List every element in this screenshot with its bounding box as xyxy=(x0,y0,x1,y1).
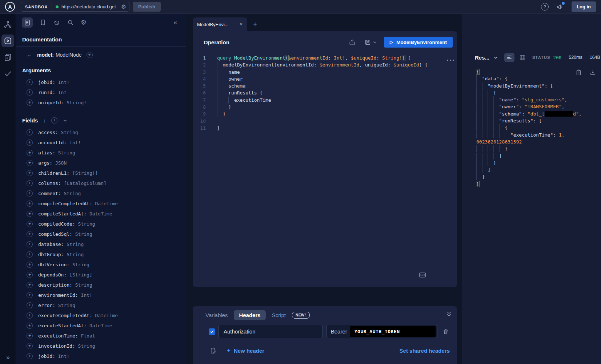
bookmark-icon[interactable] xyxy=(39,19,47,26)
add-type-button[interactable]: + xyxy=(87,52,93,58)
add-to-query-button[interactable]: + xyxy=(27,139,33,146)
field-name[interactable]: comment: xyxy=(38,191,61,196)
field-type[interactable]: DateTime xyxy=(87,211,112,217)
field-name[interactable]: alias: xyxy=(38,150,55,155)
field-type[interactable]: String xyxy=(64,252,84,257)
field-type[interactable]: DateTime xyxy=(92,313,118,318)
response-json[interactable]: {"data": {"modelByEnvironment": [{"name"… xyxy=(476,68,601,364)
field-name[interactable]: jobId: xyxy=(38,353,55,359)
field-name[interactable]: dbtVersion: xyxy=(38,262,69,267)
apollo-logo-icon[interactable]: A xyxy=(5,2,15,12)
query-editor[interactable]: 1query ModelByEnvironment($environmentId… xyxy=(193,53,457,132)
close-tab-icon[interactable]: ✕ xyxy=(239,22,243,27)
explorer-nav-icon[interactable] xyxy=(1,35,14,47)
add-to-query-button[interactable]: + xyxy=(27,353,33,359)
type-ref-name[interactable]: ModelNode xyxy=(56,52,82,58)
field-name[interactable]: error: xyxy=(38,303,55,308)
add-to-query-button[interactable]: + xyxy=(27,272,33,278)
field-type[interactable]: Int! xyxy=(78,292,92,298)
expand-rail-icon[interactable]: » xyxy=(0,354,16,361)
add-to-query-button[interactable]: + xyxy=(27,160,33,166)
field-type[interactable]: String xyxy=(69,262,89,267)
field-type[interactable]: String xyxy=(72,282,92,288)
add-to-query-button[interactable]: + xyxy=(27,241,33,247)
help-icon[interactable]: ? xyxy=(541,3,549,11)
sidebar-settings-gear-icon[interactable]: ⚙ xyxy=(81,19,87,26)
keyboard-shortcuts-icon[interactable] xyxy=(419,272,426,278)
add-to-query-button[interactable]: + xyxy=(27,302,33,308)
response-dropdown-chevron-icon[interactable] xyxy=(493,55,498,60)
collections-nav-icon[interactable] xyxy=(4,53,12,61)
add-all-fields-button[interactable]: + xyxy=(51,117,57,124)
add-to-query-button[interactable]: + xyxy=(27,100,33,106)
search-icon[interactable] xyxy=(67,19,74,26)
field-type[interactable]: String xyxy=(55,150,75,155)
add-to-query-button[interactable]: + xyxy=(27,292,33,298)
history-icon[interactable] xyxy=(53,19,60,26)
field-name[interactable]: executionTime: xyxy=(38,333,78,339)
run-operation-button[interactable]: ▷ ModelByEnvironment xyxy=(384,37,453,48)
add-to-query-button[interactable]: + xyxy=(27,79,33,85)
field-type[interactable]: Int xyxy=(55,90,67,95)
save-operation-icon[interactable] xyxy=(364,39,377,46)
add-to-query-button[interactable]: + xyxy=(27,323,33,329)
header-key-input[interactable]: Authorization xyxy=(218,325,323,338)
editor-menu-icon[interactable] xyxy=(447,60,454,61)
field-type[interactable]: String xyxy=(61,191,81,196)
field-name[interactable]: compiledSql: xyxy=(38,231,72,237)
header-value-input[interactable]: Bearer YOUR_AUTH_TOKEN xyxy=(326,325,437,338)
field-type[interactable]: String xyxy=(72,231,92,237)
auth-token-value[interactable]: YOUR_AUTH_TOKEN xyxy=(350,326,436,337)
set-shared-headers-link[interactable]: Set shared headers xyxy=(400,348,450,354)
checklist-nav-icon[interactable] xyxy=(4,69,12,78)
endpoint-url-box[interactable]: https://metadata.cloud.get ⚙ xyxy=(52,2,129,11)
tab-headers[interactable]: Headers xyxy=(234,310,265,320)
field-name[interactable]: runId: xyxy=(38,90,55,95)
add-to-query-button[interactable]: + xyxy=(27,221,33,227)
field-name[interactable]: dependsOn: xyxy=(38,272,67,278)
field-type[interactable]: DateTime xyxy=(87,323,112,328)
delete-header-trash-icon[interactable] xyxy=(442,328,449,335)
add-to-query-button[interactable]: + xyxy=(27,201,33,207)
field-name[interactable]: childrenL1: xyxy=(38,170,69,176)
field-name[interactable]: access: xyxy=(38,130,58,135)
field-name[interactable]: executeStartedAt: xyxy=(38,323,87,328)
header-enabled-checkbox[interactable] xyxy=(209,328,215,335)
new-header-button[interactable]: + New header xyxy=(227,347,264,354)
login-button[interactable]: Log in xyxy=(572,1,596,12)
documentation-tab-icon[interactable] xyxy=(22,17,33,28)
field-name[interactable]: environmentId: xyxy=(38,292,78,298)
field-name[interactable]: uniqueId: xyxy=(38,100,64,105)
field-type[interactable]: [String] xyxy=(67,272,92,278)
add-to-query-button[interactable]: + xyxy=(27,170,33,176)
field-name[interactable]: invocationId: xyxy=(38,343,75,349)
add-to-query-button[interactable]: + xyxy=(27,89,33,96)
field-type[interactable]: DateTime xyxy=(92,201,118,206)
field-name[interactable]: columns: xyxy=(38,181,61,186)
add-to-query-button[interactable]: + xyxy=(27,180,33,186)
collapse-sidebar-icon[interactable]: « xyxy=(174,19,177,26)
add-to-query-button[interactable]: + xyxy=(27,211,33,217)
new-tab-button[interactable]: + xyxy=(253,20,257,28)
publish-button[interactable]: Publish xyxy=(133,2,161,12)
collapse-fields-chevron-icon[interactable] xyxy=(63,118,67,123)
add-to-query-button[interactable]: + xyxy=(27,129,33,136)
back-arrow-icon[interactable]: ← xyxy=(27,52,32,58)
add-to-query-button[interactable]: + xyxy=(27,262,33,268)
announcements-megaphone-icon[interactable] xyxy=(556,3,564,11)
table-view-icon[interactable] xyxy=(519,54,526,61)
add-to-query-button[interactable]: + xyxy=(27,251,33,258)
field-type[interactable]: String xyxy=(75,221,95,227)
environment-variables-icon[interactable] xyxy=(210,347,217,354)
schema-nav-icon[interactable] xyxy=(4,20,12,29)
collapse-panel-chevrons-icon[interactable] xyxy=(446,311,452,317)
field-type[interactable]: String! xyxy=(64,100,87,105)
tab-script[interactable]: Script xyxy=(272,310,286,320)
add-to-query-button[interactable]: + xyxy=(27,333,33,339)
field-name[interactable]: compileStartedAt: xyxy=(38,211,87,217)
add-to-query-button[interactable]: + xyxy=(27,231,33,237)
share-operation-icon[interactable] xyxy=(349,39,356,46)
field-name[interactable]: accountId: xyxy=(38,140,67,145)
tab-variables[interactable]: Variables xyxy=(205,310,228,320)
add-to-query-button[interactable]: + xyxy=(27,150,33,156)
